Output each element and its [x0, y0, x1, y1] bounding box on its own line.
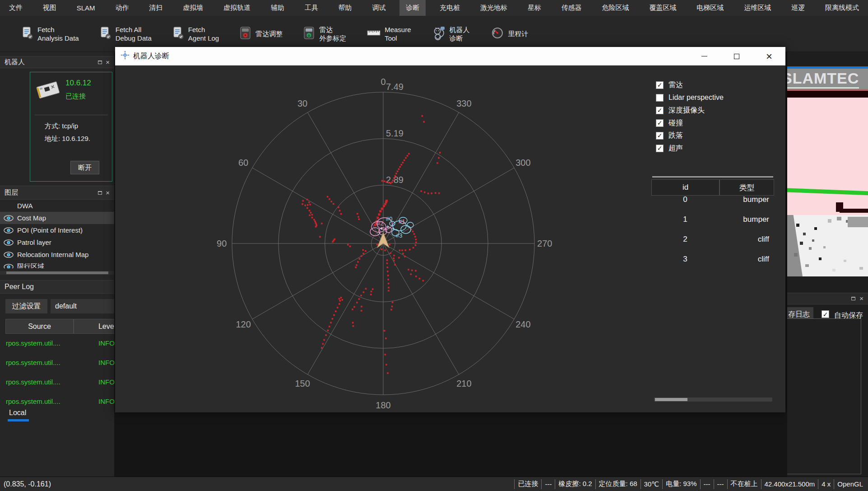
eye-visibility-icon[interactable]: [4, 227, 17, 234]
sensor-toggle-label: Lidar perspective: [668, 94, 724, 102]
sensor-table-row-4[interactable]: 3cliff: [651, 249, 775, 269]
layer-row-4[interactable]: Patrol layer: [0, 236, 114, 248]
layer-row-5[interactable]: Relocation Internal Map: [0, 248, 114, 261]
filter-profile-select[interactable]: default: [51, 299, 114, 313]
menu-item-6[interactable]: 虚拟墙: [176, 0, 209, 16]
sensor-toggle-5: ✓跌落: [651, 129, 775, 142]
map-unknown-space: [787, 215, 868, 276]
status-segment-10: 42.400x21.500m: [761, 479, 818, 489]
menu-item-5[interactable]: 清扫: [143, 0, 169, 16]
menu-item-12[interactable]: 诊断: [399, 0, 426, 16]
sensor-checkbox[interactable]: ✓: [656, 132, 664, 140]
sensor-table-row-1[interactable]: 0bumper: [651, 190, 775, 210]
log-row-2[interactable]: rpos.system.util....INFO: [0, 353, 114, 373]
menu-item-20[interactable]: 运维区域: [738, 0, 777, 16]
sensor-checkbox[interactable]: ✓: [656, 119, 664, 127]
close-panel-icon[interactable]: ×: [106, 60, 110, 65]
menu-item-9[interactable]: 工具: [298, 0, 325, 16]
sensor-toggle-label: 雷达: [668, 80, 683, 90]
menu-item-15[interactable]: 星标: [521, 0, 548, 16]
map-band: [787, 91, 868, 98]
sensor-checkbox[interactable]: ✓: [656, 107, 664, 114]
close-panel-icon[interactable]: ×: [106, 191, 110, 195]
menu-item-18[interactable]: 覆盖区域: [643, 0, 682, 16]
layer-row-6[interactable]: 限行区域: [0, 261, 114, 268]
toolbar-item-3[interactable]: FetchAgent Log: [172, 25, 219, 42]
menu-item-14[interactable]: 激光地标: [474, 0, 514, 16]
divider: [35, 115, 108, 115]
svg-text:270: 270: [537, 238, 552, 248]
menu-item-17[interactable]: 危险区域: [596, 0, 636, 16]
radar-calib-icon: [303, 26, 315, 41]
eye-visibility-icon[interactable]: [4, 264, 17, 269]
float-panel-icon[interactable]: [851, 297, 855, 300]
layer-row-2[interactable]: Cost Map: [0, 212, 114, 224]
toolbar-item-label: 雷达调整: [255, 29, 283, 38]
svg-text:240: 240: [515, 319, 530, 329]
toolbar-item-1[interactable]: FetchAnalysis Data: [22, 25, 79, 42]
sensor-id: 2: [651, 235, 719, 244]
maximize-button[interactable]: [720, 47, 753, 65]
menu-item-11[interactable]: 调试: [366, 0, 392, 16]
log-level: INFO: [98, 359, 114, 366]
disconnect-button[interactable]: 断开: [70, 161, 99, 174]
eye-visibility-icon[interactable]: [4, 239, 17, 246]
toolbar-item-4[interactable]: 雷达调整: [240, 26, 283, 41]
log-column-source[interactable]: Source: [5, 319, 74, 334]
menu-item-21[interactable]: 巡逻: [785, 0, 811, 16]
log-output-box[interactable]: [787, 318, 861, 474]
menu-item-8[interactable]: 辅助: [265, 0, 291, 16]
menu-item-13[interactable]: 充电桩: [433, 0, 466, 16]
minimize-icon: [701, 56, 707, 56]
sensor-checkbox[interactable]: ✓: [656, 145, 664, 152]
layer-row-1[interactable]: DWA: [0, 200, 114, 212]
toolbar-item-2[interactable]: Fetch AllDebug Data: [100, 25, 152, 42]
toolbar-item-6[interactable]: MeasureTool: [367, 25, 411, 42]
map-watermark-band: SLAMTEC: [787, 69, 868, 89]
toolbar-item-5[interactable]: 雷达外参标定: [303, 25, 346, 42]
sensor-table-row-2[interactable]: 1bumper: [651, 210, 775, 229]
status-segment-5: 30℃: [641, 479, 663, 489]
svg-text:180: 180: [376, 400, 390, 410]
filter-settings-button[interactable]: 过滤设置: [5, 299, 47, 313]
log-row-3[interactable]: rpos.system.util....INFO: [0, 373, 114, 392]
log-row-1[interactable]: rpos.system.util....INFO: [0, 334, 114, 353]
menu-item-1[interactable]: 文件: [3, 0, 29, 16]
menu-item-3[interactable]: SLAM: [70, 0, 102, 16]
minimize-button[interactable]: [688, 47, 720, 65]
log-column-level[interactable]: Level: [74, 319, 114, 334]
status-segment-9: 不在桩上: [727, 479, 761, 489]
menu-item-4[interactable]: 动作: [109, 0, 135, 16]
close-button[interactable]: ×: [753, 47, 785, 65]
float-panel-icon[interactable]: [98, 61, 102, 64]
eye-visibility-icon[interactable]: [4, 252, 17, 258]
toolbar-item-7[interactable]: 机器人诊断: [432, 25, 470, 42]
layer-label: Cost Map: [17, 214, 46, 222]
toolbar-item-8[interactable]: 里程计: [491, 26, 529, 41]
menu-item-7[interactable]: 虚拟轨道: [217, 0, 257, 16]
map-viewport[interactable]: SLAMTEC × 存日志 ✓ 自动保存: [787, 52, 868, 477]
peer-log-header: Peer Log: [0, 280, 114, 294]
eye-visibility-icon[interactable]: [4, 215, 17, 221]
slamtec-watermark: SLAMTEC: [787, 70, 859, 89]
sensor-table-row-3[interactable]: 2cliff: [651, 229, 775, 249]
connection-address: 地址: 10.6.129.: [45, 135, 90, 143]
layers-horizontal-scrollbar[interactable]: [0, 271, 114, 275]
autosave-checkbox[interactable]: ✓: [822, 310, 829, 318]
svg-text:210: 210: [456, 379, 471, 388]
sensor-checkbox[interactable]: [656, 94, 664, 102]
tab-local[interactable]: Local: [9, 409, 26, 417]
float-panel-icon[interactable]: [98, 191, 102, 195]
sensor-toggle-label: 超声: [668, 144, 683, 153]
menu-item-16[interactable]: 传感器: [555, 0, 588, 16]
panel-horizontal-scrollbar[interactable]: [654, 397, 772, 402]
toolbar: FetchAnalysis DataFetch AllDebug DataFet…: [0, 16, 868, 52]
menu-item-22[interactable]: 限离线模式: [819, 0, 865, 16]
menu-item-19[interactable]: 电梯区域: [690, 0, 730, 16]
dialog-title-bar[interactable]: 机器人诊断 ×: [115, 47, 785, 65]
menu-item-2[interactable]: 视图: [37, 0, 63, 16]
sensor-checkbox[interactable]: ✓: [656, 81, 664, 89]
close-panel-icon[interactable]: ×: [859, 296, 863, 301]
layer-row-3[interactable]: POI (Point of Interest): [0, 224, 114, 236]
menu-item-10[interactable]: 帮助: [332, 0, 358, 16]
